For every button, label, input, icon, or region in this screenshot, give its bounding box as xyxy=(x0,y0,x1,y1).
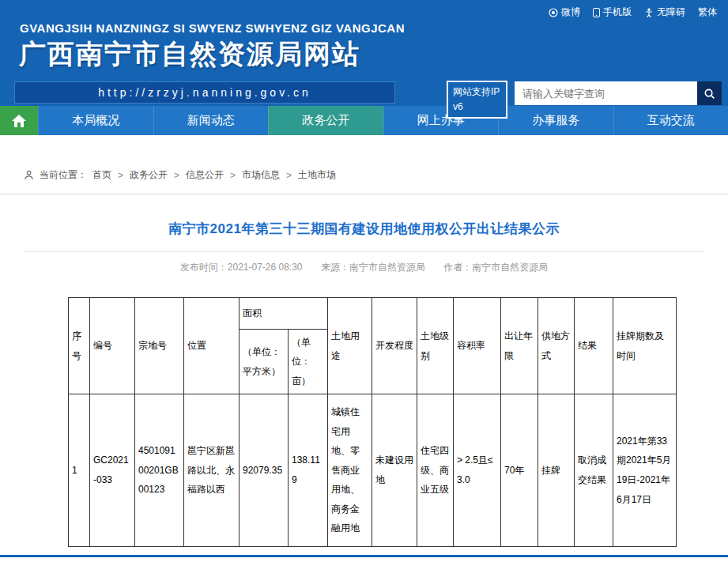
col-header-area: 面积 xyxy=(240,298,328,330)
zhuang-site-name: GVANGJSIH NANZNINGZ SI SWYENZ SWHYENZ GI… xyxy=(0,19,728,35)
weibo-icon xyxy=(549,8,558,17)
cell-term: 70年 xyxy=(501,394,538,547)
breadcrumb-separator: > xyxy=(118,170,123,181)
accessibility-link[interactable]: 无障碍 xyxy=(644,6,685,19)
nav-home-button[interactable] xyxy=(0,106,38,135)
breadcrumb-market-info[interactable]: 市场信息 xyxy=(242,168,280,182)
nav-item-service[interactable]: 办事服务 xyxy=(498,106,613,135)
col-header-development: 开发程度 xyxy=(372,298,417,394)
mobile-version-label: 手机版 xyxy=(603,6,632,19)
search-button[interactable] xyxy=(697,81,722,105)
col-header-term: 出让年限 xyxy=(501,298,538,394)
search-box xyxy=(515,81,722,105)
nav-item-overview[interactable]: 本局概况 xyxy=(38,106,153,135)
weibo-label: 微博 xyxy=(561,6,580,19)
cell-land-grade: 住宅四级、商业五级 xyxy=(417,394,454,547)
ipv6-badge: 网站支持IPv6 xyxy=(447,81,507,119)
breadcrumb-separator: > xyxy=(174,170,179,181)
person-icon xyxy=(24,170,34,180)
cell-development: 未建设用地 xyxy=(372,394,417,547)
traditional-chinese-link[interactable]: 繁体 xyxy=(698,6,717,19)
article-source: 来源：南宁市自然资源局 xyxy=(321,262,425,273)
main-nav: 本局概况 新闻动态 政务公开 网上办事 办事服务 互动交流 xyxy=(0,106,728,135)
cell-seq: 1 xyxy=(69,394,90,547)
col-header-listing-period: 挂牌期数及时间 xyxy=(613,298,677,394)
cell-supply-method: 挂牌 xyxy=(538,394,575,547)
col-header-land-grade: 土地级别 xyxy=(417,298,454,394)
search-input[interactable] xyxy=(515,81,697,105)
table-row: 1 GC2021-033 450109100201GB00123 邕宁区新邕路以… xyxy=(69,394,677,547)
breadcrumb-home[interactable]: 首页 xyxy=(92,168,111,182)
accessibility-label: 无障碍 xyxy=(657,6,685,19)
site-title: 广西南宁市自然资源局网站 xyxy=(0,35,728,73)
site-header: 微博 手机版 无障碍 繁体 GVANGJSIH NANZNINGZ SI SWY… xyxy=(0,0,728,106)
breadcrumb-gov-disclosure[interactable]: 政务公开 xyxy=(130,168,168,182)
search-icon xyxy=(703,88,715,100)
breadcrumb-info-disclosure[interactable]: 信息公开 xyxy=(186,168,224,182)
site-url-banner: http://zrzyj.nanning.gov.cn xyxy=(14,81,395,104)
col-header-code: 编号 xyxy=(90,298,135,394)
cell-land-use: 城镇住宅用地、零售商业用地、商务金融用地 xyxy=(328,394,372,547)
col-header-land-use: 土地用途 xyxy=(328,298,372,394)
cell-location: 邕宁区新邕路以北、永福路以西 xyxy=(184,394,240,547)
home-icon xyxy=(11,114,27,128)
breadcrumb-prefix: 当前位置： xyxy=(40,168,87,182)
article-author: 作者：南宁市自然资源局 xyxy=(443,262,548,273)
nav-item-news[interactable]: 新闻动态 xyxy=(153,106,269,135)
col-header-plot-ratio: 容积率 xyxy=(454,298,501,394)
article-content: 南宁市2021年第三十三期国有建设用地使用权公开出让结果公示 发布时间：2021… xyxy=(0,220,728,547)
article-title: 南宁市2021年第三十三期国有建设用地使用权公开出让结果公示 xyxy=(24,220,704,238)
nav-item-gov-disclosure[interactable]: 政务公开 xyxy=(268,106,383,135)
col-header-area-sqm: （单位：平方米） xyxy=(240,330,289,394)
cell-plot-ratio: > 2.5且≤3.0 xyxy=(454,394,501,547)
mobile-version-link[interactable]: 手机版 xyxy=(593,6,632,19)
topbar: 微博 手机版 无障碍 繁体 xyxy=(0,0,728,19)
mobile-icon xyxy=(593,8,600,17)
cell-area-sqm: 92079.35 xyxy=(240,394,289,547)
cell-area-mu: 138.119 xyxy=(289,394,328,547)
traditional-chinese-label: 繁体 xyxy=(698,6,717,19)
cell-code: GC2021-033 xyxy=(90,394,135,547)
cell-result: 取消成交结果 xyxy=(575,394,613,547)
nav-item-interaction[interactable]: 互动交流 xyxy=(613,106,728,135)
footer-divider xyxy=(0,555,728,557)
cell-parcel-no: 450109100201GB00123 xyxy=(135,394,184,547)
weibo-link[interactable]: 微博 xyxy=(549,6,580,19)
breadcrumb-land-market[interactable]: 土地市场 xyxy=(298,168,336,182)
accessibility-icon xyxy=(644,8,654,17)
meta-divider xyxy=(24,251,704,252)
cell-listing-period: 2021年第33期2021年5月19日-2021年6月17日 xyxy=(613,394,677,547)
breadcrumb: 当前位置： 首页 > 政务公开 > 信息公开 > 市场信息 > 土地市场 xyxy=(0,168,728,194)
col-header-location: 位置 xyxy=(184,298,240,394)
col-header-supply-method: 供地方式 xyxy=(538,298,575,394)
breadcrumb-separator: > xyxy=(286,170,292,181)
col-header-area-mu: （单位：亩） xyxy=(289,330,328,394)
land-result-table: 序号 编号 宗地号 位置 面积 土地用途 开发程度 土地级别 容积率 出让年限 … xyxy=(68,297,677,547)
breadcrumb-separator: > xyxy=(230,170,236,181)
col-header-seq: 序号 xyxy=(69,298,90,394)
col-header-parcel-no: 宗地号 xyxy=(135,298,184,394)
col-header-result: 结果 xyxy=(575,298,613,394)
publish-time: 发布时间：2021-07-26 08:30 xyxy=(180,262,303,273)
article-meta: 发布时间：2021-07-26 08:30 来源：南宁市自然资源局 作者：南宁市… xyxy=(24,261,704,274)
